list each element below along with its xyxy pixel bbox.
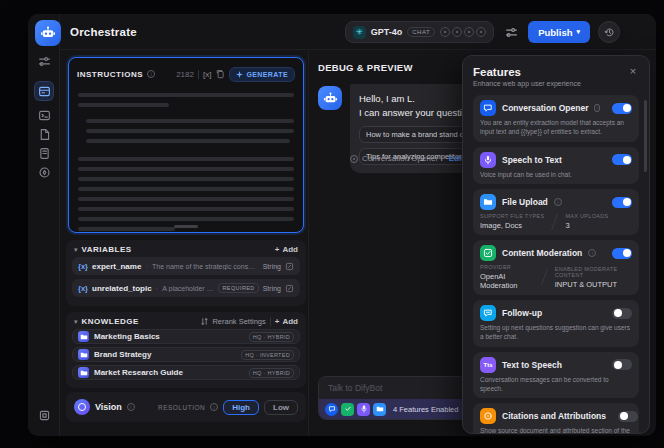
model-capability-icon [464, 27, 474, 37]
text-skeleton [78, 207, 294, 211]
folder-icon [78, 367, 89, 378]
knowledge-panel: ▾ KNOWLEDGE Rerank Settings + Add Market… [66, 312, 306, 388]
model-capability-icon [452, 27, 462, 37]
edit-icon[interactable] [285, 279, 294, 297]
feature-card-follow-up: Follow-up Setting up next questions sugg… [473, 300, 639, 347]
rerank-settings-button[interactable]: Rerank Settings [200, 317, 265, 326]
knowledge-row[interactable]: Marketing Basics HQ · HYBRID [72, 329, 300, 344]
info-icon[interactable]: i [210, 403, 218, 411]
feature-card-citations: Citations and Attributions Show source d… [473, 403, 639, 434]
opener-caption: Conversation Opener · Edit [350, 154, 464, 163]
copy-icon[interactable] [215, 65, 225, 83]
robot-icon [323, 91, 338, 106]
retrieval-badge: HQ · HYBRID [249, 332, 294, 342]
text-skeleton [78, 187, 294, 191]
info-icon[interactable]: i [147, 70, 155, 78]
knowledge-row[interactable]: Market Research Guide HQ · HYBRID [72, 365, 300, 380]
topbar: Orchestrate ✳ GPT-4o CHAT [60, 14, 656, 50]
instructions-panel[interactable]: INSTRUCTIONS i 2182 [x] GENERATE [68, 57, 304, 233]
folder-icon [78, 331, 89, 342]
citations-icon [480, 408, 496, 424]
text-skeleton [78, 227, 175, 231]
sidebar-item-document[interactable] [35, 125, 53, 143]
text-to-speech-icon: Tts [480, 357, 496, 373]
rerank-icon [200, 317, 209, 326]
variables-panel: ▾ VARIABLES + Add {x} expert_name · The … [66, 240, 306, 306]
feature-toggle[interactable] [612, 154, 632, 165]
text-skeleton [78, 197, 294, 201]
feature-card-file-upload: File Upload i SUPPORT FILE TYPES Image, … [473, 189, 639, 235]
feature-toggle[interactable] [612, 359, 632, 370]
sidebar-item-frame[interactable] [35, 406, 53, 424]
content-moderation-mini-icon [341, 403, 354, 416]
text-skeleton [78, 157, 294, 161]
text-skeleton [86, 119, 294, 123]
generate-button[interactable]: GENERATE [229, 67, 295, 82]
model-capability-icons [440, 27, 486, 37]
text-skeleton [86, 129, 294, 133]
feature-card-speech-to-text: Speech to Text Voice input can be used i… [473, 147, 639, 185]
sparkle-icon [236, 71, 243, 78]
conversation-opener-mini-icon [325, 403, 338, 416]
text-skeleton [78, 167, 294, 171]
sidebar-item-terminal[interactable] [35, 106, 53, 124]
model-params-icon[interactable] [502, 23, 520, 41]
add-variable-button[interactable]: + Add [275, 245, 298, 254]
insert-variable-icon[interactable]: [x] [203, 70, 211, 79]
sidebar-item-explore[interactable] [35, 163, 53, 181]
info-icon[interactable]: i [594, 104, 600, 112]
feature-toggle[interactable] [612, 103, 632, 114]
text-skeleton [78, 177, 294, 181]
edit-icon[interactable] [285, 257, 294, 275]
screen: Orchestrate ✳ GPT-4o CHAT [0, 0, 664, 448]
sidebar-item-notebook[interactable] [35, 144, 53, 162]
speech-to-text-mini-icon [357, 403, 370, 416]
instructions-title: INSTRUCTIONS [77, 70, 143, 79]
model-selector[interactable]: ✳ GPT-4o CHAT [345, 21, 494, 43]
model-capability-icon [476, 27, 486, 37]
text-skeleton [78, 103, 169, 107]
variable-token-icon: {x} [78, 284, 88, 293]
bot-avatar [318, 86, 342, 110]
speech-to-text-icon [480, 152, 496, 168]
feature-card-conversation-opener: Conversation Opener i You are an entity … [473, 95, 639, 142]
file-upload-icon [480, 194, 496, 210]
collapse-icon[interactable]: ▾ [74, 246, 78, 254]
scrollbar[interactable] [644, 100, 647, 172]
app-logo[interactable] [35, 20, 61, 46]
history-button[interactable] [598, 21, 620, 43]
collapse-icon[interactable]: ▾ [74, 318, 78, 326]
follow-up-icon [480, 305, 496, 321]
info-icon[interactable]: i [127, 403, 135, 411]
vision-panel: Vision i RESOLUTION i High Low [66, 392, 306, 422]
sliders-icon[interactable] [35, 52, 53, 70]
feature-toggle[interactable] [612, 308, 632, 319]
text-skeleton [78, 217, 294, 221]
sidebar-item-orchestrate[interactable] [35, 82, 53, 100]
text-skeleton [86, 139, 290, 143]
instructions-text[interactable] [69, 87, 303, 231]
knowledge-title: KNOWLEDGE [82, 317, 139, 326]
features-panel: Features × Enhance web app user experien… [462, 55, 650, 434]
info-icon[interactable]: i [588, 249, 596, 257]
close-icon[interactable]: × [626, 64, 640, 78]
app-window: Orchestrate ✳ GPT-4o CHAT [28, 14, 656, 436]
info-icon[interactable]: i [554, 198, 562, 206]
content-moderation-icon [480, 245, 496, 261]
feature-toggle[interactable] [612, 248, 632, 259]
feature-toggle[interactable] [612, 197, 632, 208]
chevron-down-icon: ▾ [576, 28, 580, 36]
variable-row[interactable]: {x} expert_name · The name of the strate… [72, 257, 300, 275]
feature-toggle[interactable] [618, 411, 638, 422]
page-title: Orchestrate [70, 26, 137, 38]
publish-button[interactable]: Publish▾ [528, 21, 590, 43]
retrieval-badge: HQ · INVERTED [241, 350, 294, 360]
resize-handle[interactable] [174, 225, 198, 228]
feature-card-text-to-speech: Tts Text to Speech Conversation messages… [473, 352, 639, 399]
model-mode-badge: CHAT [407, 27, 435, 37]
resolution-low-button[interactable]: Low [264, 400, 298, 415]
variable-row[interactable]: {x} unrelated_topic · A placeholder for … [72, 279, 300, 297]
knowledge-row[interactable]: Brand Strategy HQ · INVERTED [72, 347, 300, 362]
add-knowledge-button[interactable]: + Add [275, 317, 298, 326]
resolution-high-button[interactable]: High [223, 400, 259, 415]
